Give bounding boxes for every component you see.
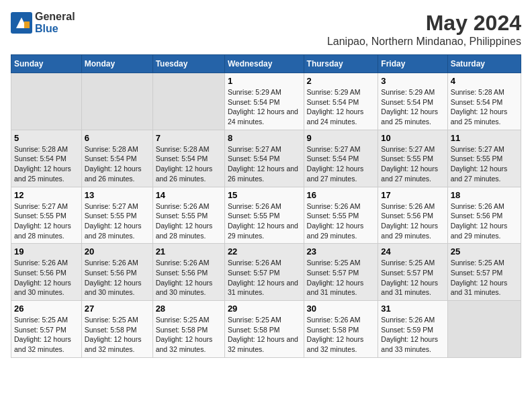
day-info: Sunrise: 5:27 AMSunset: 5:54 PMDaylight:… <box>307 144 375 184</box>
weekday-header-row: SundayMondayTuesdayWednesdayThursdayFrid… <box>11 55 521 73</box>
weekday-header-wednesday: Wednesday <box>224 55 304 73</box>
day-number: 9 <box>307 133 375 143</box>
calendar-cell: 4Sunrise: 5:28 AMSunset: 5:54 PMDaylight… <box>447 73 521 130</box>
calendar-cell: 14Sunrise: 5:26 AMSunset: 5:55 PMDayligh… <box>152 187 224 244</box>
calendar-cell: 6Sunrise: 5:28 AMSunset: 5:54 PMDaylight… <box>81 130 152 187</box>
logo-general: General <box>35 11 75 22</box>
calendar-cell: 8Sunrise: 5:27 AMSunset: 5:54 PMDaylight… <box>224 130 304 187</box>
logo-blue: Blue <box>35 23 58 34</box>
day-number: 11 <box>451 133 518 143</box>
calendar-cell: 18Sunrise: 5:26 AMSunset: 5:56 PMDayligh… <box>447 187 521 244</box>
weekday-header-monday: Monday <box>81 55 152 73</box>
day-info: Sunrise: 5:29 AMSunset: 5:54 PMDaylight:… <box>228 87 301 127</box>
day-number: 3 <box>381 76 444 86</box>
day-info: Sunrise: 5:26 AMSunset: 5:56 PMDaylight:… <box>14 258 79 298</box>
calendar-cell: 15Sunrise: 5:26 AMSunset: 5:55 PMDayligh… <box>224 187 304 244</box>
day-info: Sunrise: 5:29 AMSunset: 5:54 PMDaylight:… <box>381 87 444 127</box>
day-info: Sunrise: 5:27 AMSunset: 5:55 PMDaylight:… <box>451 144 518 184</box>
main-title: May 2024 <box>327 11 521 36</box>
day-info: Sunrise: 5:26 AMSunset: 5:57 PMDaylight:… <box>228 258 301 298</box>
day-info: Sunrise: 5:26 AMSunset: 5:55 PMDaylight:… <box>307 201 375 241</box>
calendar-cell: 25Sunrise: 5:25 AMSunset: 5:57 PMDayligh… <box>447 244 521 301</box>
weekday-header-friday: Friday <box>378 55 447 73</box>
calendar-cell <box>81 73 152 130</box>
day-info: Sunrise: 5:25 AMSunset: 5:58 PMDaylight:… <box>228 315 301 355</box>
day-info: Sunrise: 5:27 AMSunset: 5:55 PMDaylight:… <box>381 144 444 184</box>
calendar-cell: 29Sunrise: 5:25 AMSunset: 5:58 PMDayligh… <box>224 301 304 358</box>
day-number: 18 <box>451 190 518 200</box>
day-info: Sunrise: 5:26 AMSunset: 5:58 PMDaylight:… <box>307 315 375 355</box>
day-number: 29 <box>228 304 301 314</box>
calendar-cell: 5Sunrise: 5:28 AMSunset: 5:54 PMDaylight… <box>11 130 82 187</box>
day-info: Sunrise: 5:28 AMSunset: 5:54 PMDaylight:… <box>451 87 518 127</box>
day-number: 7 <box>156 133 222 143</box>
subtitle: Lanipao, Northern Mindanao, Philippines <box>327 36 521 48</box>
day-number: 5 <box>14 133 79 143</box>
weekday-header-thursday: Thursday <box>304 55 378 73</box>
day-number: 20 <box>85 246 150 257</box>
day-info: Sunrise: 5:25 AMSunset: 5:58 PMDaylight:… <box>156 315 222 355</box>
day-info: Sunrise: 5:28 AMSunset: 5:54 PMDaylight:… <box>85 144 150 184</box>
day-info: Sunrise: 5:26 AMSunset: 5:56 PMDaylight:… <box>451 201 518 241</box>
day-number: 23 <box>307 246 375 257</box>
calendar-cell <box>11 73 82 130</box>
week-row-2: 5Sunrise: 5:28 AMSunset: 5:54 PMDaylight… <box>11 130 521 187</box>
day-number: 13 <box>85 190 150 200</box>
day-info: Sunrise: 5:29 AMSunset: 5:54 PMDaylight:… <box>307 87 375 127</box>
week-row-1: 1Sunrise: 5:29 AMSunset: 5:54 PMDaylight… <box>11 73 521 130</box>
day-number: 21 <box>156 246 222 257</box>
day-info: Sunrise: 5:26 AMSunset: 5:56 PMDaylight:… <box>156 258 222 298</box>
day-info: Sunrise: 5:25 AMSunset: 5:57 PMDaylight:… <box>14 315 79 355</box>
day-info: Sunrise: 5:28 AMSunset: 5:54 PMDaylight:… <box>156 144 222 184</box>
day-number: 2 <box>307 76 375 86</box>
calendar-cell: 13Sunrise: 5:27 AMSunset: 5:55 PMDayligh… <box>81 187 152 244</box>
day-info: Sunrise: 5:26 AMSunset: 5:55 PMDaylight:… <box>156 201 222 241</box>
header: General Blue May 2024 Lanipao, Northern … <box>11 11 521 48</box>
calendar-cell: 23Sunrise: 5:25 AMSunset: 5:57 PMDayligh… <box>304 244 378 301</box>
calendar-cell: 20Sunrise: 5:26 AMSunset: 5:56 PMDayligh… <box>81 244 152 301</box>
week-row-5: 26Sunrise: 5:25 AMSunset: 5:57 PMDayligh… <box>11 301 521 358</box>
day-number: 19 <box>14 246 79 257</box>
day-info: Sunrise: 5:25 AMSunset: 5:57 PMDaylight:… <box>381 258 444 298</box>
day-number: 27 <box>85 304 150 314</box>
day-info: Sunrise: 5:26 AMSunset: 5:59 PMDaylight:… <box>381 315 444 355</box>
week-row-3: 12Sunrise: 5:27 AMSunset: 5:55 PMDayligh… <box>11 187 521 244</box>
calendar-cell: 21Sunrise: 5:26 AMSunset: 5:56 PMDayligh… <box>152 244 224 301</box>
calendar-cell: 31Sunrise: 5:26 AMSunset: 5:59 PMDayligh… <box>378 301 447 358</box>
day-number: 4 <box>451 76 518 86</box>
calendar-cell: 11Sunrise: 5:27 AMSunset: 5:55 PMDayligh… <box>447 130 521 187</box>
day-number: 1 <box>228 76 301 86</box>
title-area: May 2024 Lanipao, Northern Mindanao, Phi… <box>327 11 521 48</box>
day-info: Sunrise: 5:25 AMSunset: 5:57 PMDaylight:… <box>307 258 375 298</box>
day-number: 25 <box>451 246 518 257</box>
calendar-table: SundayMondayTuesdayWednesdayThursdayFrid… <box>11 54 521 358</box>
calendar-cell: 30Sunrise: 5:26 AMSunset: 5:58 PMDayligh… <box>304 301 378 358</box>
calendar-cell: 19Sunrise: 5:26 AMSunset: 5:56 PMDayligh… <box>11 244 82 301</box>
calendar-cell: 17Sunrise: 5:26 AMSunset: 5:56 PMDayligh… <box>378 187 447 244</box>
day-info: Sunrise: 5:26 AMSunset: 5:56 PMDaylight:… <box>381 201 444 241</box>
svg-rect-2 <box>24 21 30 28</box>
calendar-cell <box>447 301 521 358</box>
day-number: 28 <box>156 304 222 314</box>
weekday-header-saturday: Saturday <box>447 55 521 73</box>
calendar-cell: 1Sunrise: 5:29 AMSunset: 5:54 PMDaylight… <box>224 73 304 130</box>
day-info: Sunrise: 5:26 AMSunset: 5:55 PMDaylight:… <box>228 201 301 241</box>
day-number: 15 <box>228 190 301 200</box>
day-info: Sunrise: 5:27 AMSunset: 5:55 PMDaylight:… <box>14 201 79 241</box>
week-row-4: 19Sunrise: 5:26 AMSunset: 5:56 PMDayligh… <box>11 244 521 301</box>
day-info: Sunrise: 5:26 AMSunset: 5:56 PMDaylight:… <box>85 258 150 298</box>
calendar-cell: 10Sunrise: 5:27 AMSunset: 5:55 PMDayligh… <box>378 130 447 187</box>
day-number: 26 <box>14 304 79 314</box>
calendar-cell: 7Sunrise: 5:28 AMSunset: 5:54 PMDaylight… <box>152 130 224 187</box>
day-number: 10 <box>381 133 444 143</box>
day-number: 6 <box>85 133 150 143</box>
day-number: 30 <box>307 304 375 314</box>
day-info: Sunrise: 5:28 AMSunset: 5:54 PMDaylight:… <box>14 144 79 184</box>
day-info: Sunrise: 5:27 AMSunset: 5:55 PMDaylight:… <box>85 201 150 241</box>
day-info: Sunrise: 5:25 AMSunset: 5:58 PMDaylight:… <box>85 315 150 355</box>
calendar-cell: 27Sunrise: 5:25 AMSunset: 5:58 PMDayligh… <box>81 301 152 358</box>
logo: General Blue <box>11 11 75 35</box>
day-number: 8 <box>228 133 301 143</box>
weekday-header-tuesday: Tuesday <box>152 55 224 73</box>
day-number: 16 <box>307 190 375 200</box>
